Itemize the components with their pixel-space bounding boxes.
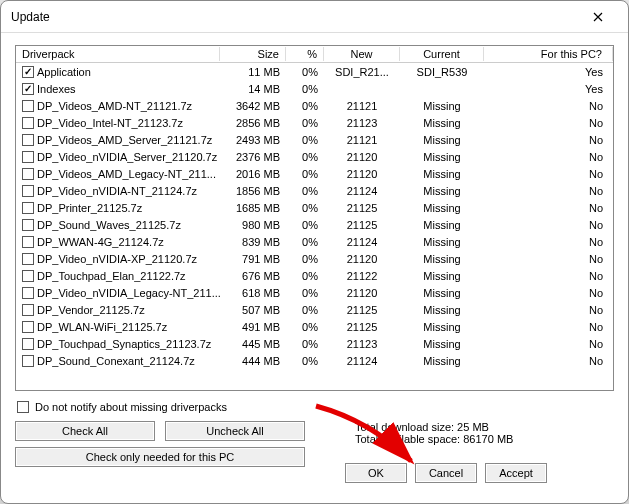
check-all-button[interactable]: Check All: [15, 421, 155, 441]
row-new: 21124: [324, 236, 400, 248]
row-name: DP_Videos_AMD_Server_21121.7z: [37, 134, 212, 146]
list-header: Driverpack Size % New Current For this P…: [16, 46, 613, 63]
row-percent: 0%: [286, 304, 324, 316]
row-for-this-pc: No: [484, 117, 613, 129]
list-row[interactable]: DP_Video_Intel-NT_21123.7z2856 MB0%21123…: [16, 114, 613, 131]
row-for-this-pc: No: [484, 202, 613, 214]
header-current[interactable]: Current: [400, 47, 484, 61]
row-checkbox[interactable]: [22, 151, 34, 163]
row-checkbox[interactable]: [22, 270, 34, 282]
row-new: 21124: [324, 185, 400, 197]
accept-button[interactable]: Accept: [485, 463, 547, 483]
titlebar: Update: [1, 1, 628, 33]
row-percent: 0%: [286, 134, 324, 146]
row-current: Missing: [400, 151, 484, 163]
header-percent[interactable]: %: [286, 47, 324, 61]
row-checkbox[interactable]: [22, 304, 34, 316]
row-checkbox[interactable]: [22, 185, 34, 197]
list-row[interactable]: DP_Vendor_21125.7z507 MB0%21125MissingNo: [16, 301, 613, 318]
row-checkbox[interactable]: [22, 287, 34, 299]
row-for-this-pc: Yes: [484, 83, 613, 95]
list-row[interactable]: Application11 MB0%SDI_R21...SDI_R539Yes: [16, 63, 613, 80]
check-only-needed-button[interactable]: Check only needed for this PC: [15, 447, 305, 467]
row-size: 507 MB: [220, 304, 286, 316]
row-current: Missing: [400, 270, 484, 282]
row-current: Missing: [400, 168, 484, 180]
list-rows[interactable]: Application11 MB0%SDI_R21...SDI_R539YesI…: [16, 63, 613, 391]
row-current: Missing: [400, 202, 484, 214]
row-checkbox[interactable]: [22, 219, 34, 231]
row-name: DP_Sound_Conexant_21124.7z: [37, 355, 195, 367]
list-row[interactable]: DP_Sound_Waves_21125.7z980 MB0%21125Miss…: [16, 216, 613, 233]
driverpack-list[interactable]: Driverpack Size % New Current For this P…: [15, 45, 614, 391]
row-new: 21125: [324, 321, 400, 333]
notify-checkbox-row[interactable]: Do not notify about missing driverpacks: [15, 399, 614, 421]
row-new: 21120: [324, 287, 400, 299]
list-row[interactable]: DP_WWAN-4G_21124.7z839 MB0%21124MissingN…: [16, 233, 613, 250]
row-checkbox[interactable]: [22, 202, 34, 214]
list-row[interactable]: DP_Touchpad_Elan_21122.7z676 MB0%21122Mi…: [16, 267, 613, 284]
row-checkbox[interactable]: [22, 168, 34, 180]
row-current: Missing: [400, 304, 484, 316]
row-size: 676 MB: [220, 270, 286, 282]
cancel-button[interactable]: Cancel: [415, 463, 477, 483]
list-row[interactable]: DP_Touchpad_Synaptics_21123.7z445 MB0%21…: [16, 335, 613, 352]
row-checkbox[interactable]: [22, 236, 34, 248]
row-size: 2376 MB: [220, 151, 286, 163]
list-row[interactable]: DP_Videos_AMD-NT_21121.7z3642 MB0%21121M…: [16, 97, 613, 114]
row-percent: 0%: [286, 83, 324, 95]
row-size: 618 MB: [220, 287, 286, 299]
ok-button[interactable]: OK: [345, 463, 407, 483]
list-row[interactable]: DP_Video_nVIDIA-NT_21124.7z1856 MB0%2112…: [16, 182, 613, 199]
row-current: Missing: [400, 287, 484, 299]
row-for-this-pc: No: [484, 270, 613, 282]
row-percent: 0%: [286, 253, 324, 265]
row-percent: 0%: [286, 321, 324, 333]
row-name: DP_Touchpad_Elan_21122.7z: [37, 270, 186, 282]
available-space-label: Total available space: 86170 MB: [315, 433, 614, 445]
row-percent: 0%: [286, 287, 324, 299]
row-for-this-pc: No: [484, 304, 613, 316]
row-for-this-pc: No: [484, 151, 613, 163]
row-checkbox[interactable]: [22, 253, 34, 265]
row-percent: 0%: [286, 151, 324, 163]
row-checkbox[interactable]: [22, 134, 34, 146]
row-percent: 0%: [286, 355, 324, 367]
close-button[interactable]: [578, 3, 618, 31]
list-row[interactable]: DP_Printer_21125.7z1685 MB0%21125Missing…: [16, 199, 613, 216]
row-current: Missing: [400, 117, 484, 129]
row-new: 21125: [324, 202, 400, 214]
row-size: 980 MB: [220, 219, 286, 231]
list-row[interactable]: DP_Sound_Conexant_21124.7z444 MB0%21124M…: [16, 352, 613, 369]
row-new: 21125: [324, 304, 400, 316]
list-row[interactable]: DP_Video_nVIDIA-XP_21120.7z791 MB0%21120…: [16, 250, 613, 267]
row-size: 1856 MB: [220, 185, 286, 197]
row-checkbox[interactable]: [22, 338, 34, 350]
row-name: DP_Touchpad_Synaptics_21123.7z: [37, 338, 211, 350]
list-row[interactable]: DP_WLAN-WiFi_21125.7z491 MB0%21125Missin…: [16, 318, 613, 335]
row-checkbox[interactable]: [22, 100, 34, 112]
row-new: 21123: [324, 338, 400, 350]
list-row[interactable]: DP_Video_nVIDIA_Legacy-NT_211...618 MB0%…: [16, 284, 613, 301]
list-row[interactable]: Indexes14 MB0%Yes: [16, 80, 613, 97]
row-checkbox[interactable]: [22, 83, 34, 95]
row-current: Missing: [400, 338, 484, 350]
list-row[interactable]: DP_Videos_AMD_Legacy-NT_211...2016 MB0%2…: [16, 165, 613, 182]
header-for-this-pc[interactable]: For this PC?: [484, 47, 613, 61]
list-row[interactable]: DP_Video_nVIDIA_Server_21120.7z2376 MB0%…: [16, 148, 613, 165]
row-size: 791 MB: [220, 253, 286, 265]
row-checkbox[interactable]: [22, 66, 34, 78]
row-name: DP_Video_nVIDIA-NT_21124.7z: [37, 185, 197, 197]
row-for-this-pc: No: [484, 355, 613, 367]
row-checkbox[interactable]: [22, 117, 34, 129]
header-driverpack[interactable]: Driverpack: [16, 47, 220, 61]
header-new[interactable]: New: [324, 47, 400, 61]
notify-label: Do not notify about missing driverpacks: [35, 401, 227, 413]
row-checkbox[interactable]: [22, 321, 34, 333]
row-new: 21124: [324, 355, 400, 367]
notify-checkbox[interactable]: [17, 401, 29, 413]
uncheck-all-button[interactable]: Uncheck All: [165, 421, 305, 441]
list-row[interactable]: DP_Videos_AMD_Server_21121.7z2493 MB0%21…: [16, 131, 613, 148]
header-size[interactable]: Size: [220, 47, 286, 61]
row-checkbox[interactable]: [22, 355, 34, 367]
